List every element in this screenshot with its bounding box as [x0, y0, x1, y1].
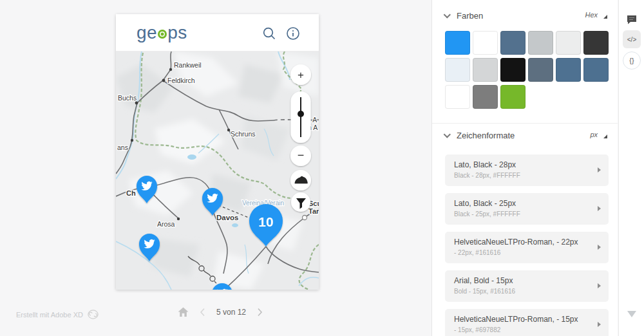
- text-style-name: HelveticaNeueLTPro-Roman, - 22px: [454, 238, 592, 247]
- color-swatch[interactable]: [583, 31, 609, 55]
- color-unit-dropdown[interactable]: Hex: [585, 11, 607, 19]
- cluster-count: 10: [258, 214, 273, 229]
- logo-text-ps: ps: [167, 24, 187, 42]
- pager-label: 5 von 12: [216, 308, 246, 317]
- minus-icon: −: [298, 149, 305, 162]
- braces-icon: {}: [629, 57, 634, 64]
- label-chur-partial: Ch: [126, 189, 136, 197]
- plus-icon: +: [298, 69, 304, 81]
- expand-arrow-icon: [598, 167, 601, 173]
- map[interactable]: Rankweil Feldkirch Buchs ans Schruns . A…: [116, 51, 319, 290]
- town-dot-scuol: [303, 216, 307, 220]
- typography-section-header[interactable]: Zeichenformate: [445, 131, 515, 140]
- color-swatch[interactable]: [528, 31, 553, 55]
- label-sargans-partial: ans: [117, 144, 128, 151]
- color-swatch[interactable]: [500, 58, 526, 82]
- app-header: ge ps: [116, 14, 319, 51]
- lake: [232, 223, 238, 227]
- text-style-card[interactable]: Arial, Bold - 15pxBold - 15px, #161616: [445, 270, 609, 302]
- section-divider: [432, 123, 618, 124]
- label-buchs: Buchs: [118, 94, 137, 102]
- css-snippets-button[interactable]: {}: [623, 51, 641, 70]
- prev-artboard-button[interactable]: [200, 308, 205, 317]
- dropdown-corner-icon: [603, 135, 607, 138]
- text-style-name: Lato, Black - 25px: [454, 199, 592, 208]
- text-style-name: Arial, Bold - 15px: [454, 276, 592, 285]
- text-style-list: Lato, Black - 28pxBlack - 28px, #FFFFFFL…: [445, 154, 609, 336]
- next-artboard-button[interactable]: [257, 308, 263, 317]
- label-feldkirch: Feldkirch: [167, 77, 195, 84]
- color-swatch[interactable]: [500, 85, 526, 109]
- comment-icon: [627, 15, 637, 24]
- dropdown-corner-icon: [603, 15, 607, 19]
- logo-o-icon: [158, 30, 167, 39]
- type-unit-label: px: [590, 131, 598, 138]
- chevron-down-icon: [444, 131, 451, 138]
- text-style-card[interactable]: HelveticaNeueLTPro-Roman, - 15px- 15px, …: [445, 309, 609, 336]
- zoom-slider-handle[interactable]: [298, 111, 304, 117]
- typography-section-title: Zeichenformate: [457, 131, 515, 140]
- specs-button[interactable]: </>: [623, 30, 641, 48]
- color-swatch[interactable]: [445, 58, 470, 82]
- home-button[interactable]: [178, 307, 189, 317]
- lake: [187, 154, 196, 160]
- label-davos: Davos: [216, 214, 239, 221]
- inspector-panel: Farben Hex Zeichenformate px Lato, Black…: [431, 0, 618, 336]
- info-icon[interactable]: [286, 26, 300, 41]
- color-swatch[interactable]: [556, 58, 581, 82]
- artboard-mobile-mock: ge ps: [116, 14, 319, 290]
- text-style-card[interactable]: Lato, Black - 28pxBlack - 28px, #FFFFFF: [445, 154, 609, 186]
- color-swatch[interactable]: [556, 31, 581, 55]
- color-swatch[interactable]: [500, 31, 526, 55]
- adobe-xd-spec-view: { "artboard": { "header": { "logo_prefix…: [0, 0, 644, 336]
- label-arosa: Arosa: [157, 220, 175, 228]
- color-unit-label: Hex: [585, 11, 598, 19]
- label-rankweil: Rankweil: [174, 61, 202, 69]
- label-schruns: Schruns: [231, 130, 256, 138]
- search-icon[interactable]: [262, 26, 276, 41]
- color-swatch[interactable]: [473, 31, 498, 55]
- text-style-details: - 22px, #161616: [454, 249, 592, 256]
- type-unit-dropdown[interactable]: px: [590, 131, 607, 138]
- code-icon: </>: [627, 36, 636, 43]
- colors-section-header[interactable]: Farben: [445, 11, 483, 21]
- color-swatch[interactable]: [445, 31, 470, 55]
- artboard-pager: 5 von 12: [178, 307, 263, 317]
- colors-section-title: Farben: [457, 11, 483, 21]
- expand-arrow-icon: [598, 245, 601, 250]
- color-swatch[interactable]: [473, 58, 498, 82]
- chevron-down-icon: [444, 11, 451, 18]
- color-swatches: [445, 31, 609, 109]
- right-tool-strip: </> {}: [618, 0, 644, 336]
- logo-text-ge: ge: [137, 24, 157, 42]
- credit-text: Erstellt mit Adobe XD: [16, 311, 83, 319]
- made-with-credit: Erstellt mit Adobe XD: [16, 310, 99, 319]
- text-style-name: HelveticaNeueLTPro-Roman, - 15px: [454, 315, 592, 324]
- color-swatch[interactable]: [583, 58, 609, 82]
- creative-cloud-icon: [88, 310, 99, 319]
- geops-logo: ge ps: [137, 24, 187, 42]
- text-style-details: Bold - 15px, #161616: [454, 288, 592, 295]
- color-swatch[interactable]: [528, 58, 553, 82]
- expand-arrow-icon: [598, 283, 601, 288]
- text-style-name: Lato, Black - 28px: [454, 160, 592, 169]
- text-style-details: - 15px, #697882: [454, 326, 592, 333]
- map-canvas: Rankweil Feldkirch Buchs ans Schruns . A…: [116, 51, 319, 290]
- label-tarasp-partial: Tar: [308, 207, 319, 215]
- text-style-details: Black - 25px, #FFFFFF: [454, 210, 592, 218]
- text-style-card[interactable]: HelveticaNeueLTPro-Roman, - 22px- 22px, …: [445, 232, 609, 263]
- color-swatch[interactable]: [473, 85, 498, 109]
- text-style-details: Black - 28px, #FFFFFF: [454, 172, 592, 179]
- color-swatch[interactable]: [445, 85, 470, 109]
- expand-arrow-icon: [598, 206, 601, 211]
- expand-arrow-icon: [598, 322, 601, 327]
- collapse-panel-icon[interactable]: [627, 311, 636, 317]
- text-style-card[interactable]: Lato, Black - 25pxBlack - 25px, #FFFFFF: [445, 193, 609, 225]
- comments-button[interactable]: [623, 10, 641, 28]
